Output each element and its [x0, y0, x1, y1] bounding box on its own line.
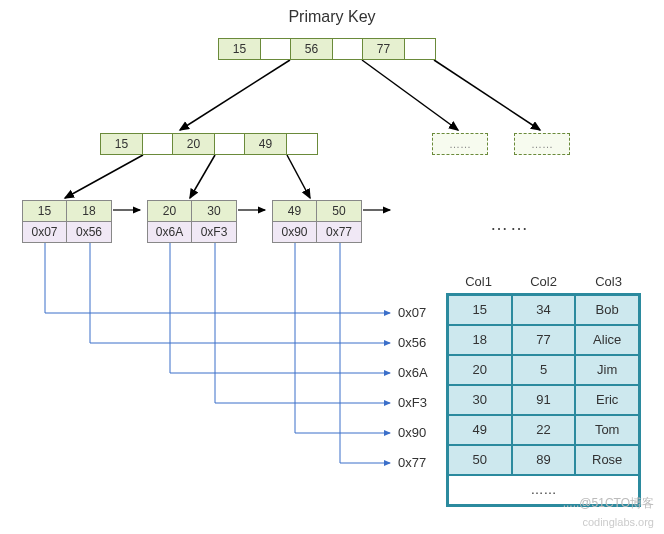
leaf-ellipsis: …… [490, 214, 530, 235]
table-cell: Alice [575, 325, 639, 355]
ptr-label-1: 0x56 [398, 335, 426, 350]
l1-gap-2 [287, 134, 317, 154]
table-row: 30 91 Eric [448, 385, 639, 415]
svg-line-1 [362, 60, 458, 130]
root-node: 15 56 77 [218, 38, 436, 60]
table-cell: Rose [575, 445, 639, 475]
leaf-node-2: 49 50 0x90 0x77 [272, 200, 362, 243]
svg-line-4 [190, 155, 215, 198]
table-cell: 89 [512, 445, 576, 475]
table-row: 15 34 Bob [448, 295, 639, 325]
l1-key-0: 15 [101, 134, 143, 154]
root-gap-1 [333, 39, 363, 59]
table-cell: Eric [575, 385, 639, 415]
leaf0-key-0: 15 [23, 201, 67, 221]
svg-line-2 [434, 60, 540, 130]
table-cell: Tom [575, 415, 639, 445]
svg-line-0 [180, 60, 290, 130]
table-cell: 18 [448, 325, 512, 355]
root-gap-0 [261, 39, 291, 59]
ptr-label-5: 0x77 [398, 455, 426, 470]
leaf1-ptr-0: 0x6A [148, 222, 192, 242]
table-cell: 5 [512, 355, 576, 385]
placeholder-node-1: …… [514, 133, 570, 155]
leaf2-ptr-0: 0x90 [273, 222, 317, 242]
internal-node: 15 20 49 [100, 133, 318, 155]
table-cell: Bob [575, 295, 639, 325]
leaf1-key-1: 30 [192, 201, 236, 221]
table-row: 18 77 Alice [448, 325, 639, 355]
leaf1-ptr-1: 0xF3 [192, 222, 236, 242]
l1-key-2: 49 [245, 134, 287, 154]
table-cell: 20 [448, 355, 512, 385]
watermark-url: codinglabs.org [582, 516, 654, 528]
table-cell: 49 [448, 415, 512, 445]
leaf1-key-0: 20 [148, 201, 192, 221]
ptr-label-2: 0x6A [398, 365, 428, 380]
table-row: 49 22 Tom [448, 415, 639, 445]
leaf-node-0: 15 18 0x07 0x56 [22, 200, 112, 243]
table-cell: 22 [512, 415, 576, 445]
table-header-2: Col3 [576, 274, 641, 289]
leaf2-key-1: 50 [317, 201, 361, 221]
root-gap-2 [405, 39, 435, 59]
root-key-1: 56 [291, 39, 333, 59]
root-key-2: 77 [363, 39, 405, 59]
table-header-0: Col1 [446, 274, 511, 289]
ptr-label-0: 0x07 [398, 305, 426, 320]
table-row: 20 5 Jim [448, 355, 639, 385]
table-header-row: Col1 Col2 Col3 [446, 274, 641, 289]
watermark-text: .....@51CTO博客 [563, 495, 654, 512]
leaf0-ptr-1: 0x56 [67, 222, 111, 242]
l1-gap-1 [215, 134, 245, 154]
leaf2-key-0: 49 [273, 201, 317, 221]
table-cell: 15 [448, 295, 512, 325]
root-key-0: 15 [219, 39, 261, 59]
data-table: Col1 Col2 Col3 15 34 Bob 18 77 Alice 20 … [446, 274, 641, 507]
leaf2-ptr-1: 0x77 [317, 222, 361, 242]
table-cell: 30 [448, 385, 512, 415]
table-cell: 77 [512, 325, 576, 355]
leaf-node-1: 20 30 0x6A 0xF3 [147, 200, 237, 243]
table-cell: 34 [512, 295, 576, 325]
diagram-title: Primary Key [0, 8, 664, 26]
svg-line-5 [287, 155, 310, 198]
leaf0-key-1: 18 [67, 201, 111, 221]
table-cell: Jim [575, 355, 639, 385]
table-cell: 50 [448, 445, 512, 475]
l1-gap-0 [143, 134, 173, 154]
l1-key-1: 20 [173, 134, 215, 154]
table-cell: 91 [512, 385, 576, 415]
ptr-label-3: 0xF3 [398, 395, 427, 410]
svg-line-3 [65, 155, 143, 198]
leaf0-ptr-0: 0x07 [23, 222, 67, 242]
table-header-1: Col2 [511, 274, 576, 289]
table-row: 50 89 Rose [448, 445, 639, 475]
placeholder-node-0: …… [432, 133, 488, 155]
ptr-label-4: 0x90 [398, 425, 426, 440]
